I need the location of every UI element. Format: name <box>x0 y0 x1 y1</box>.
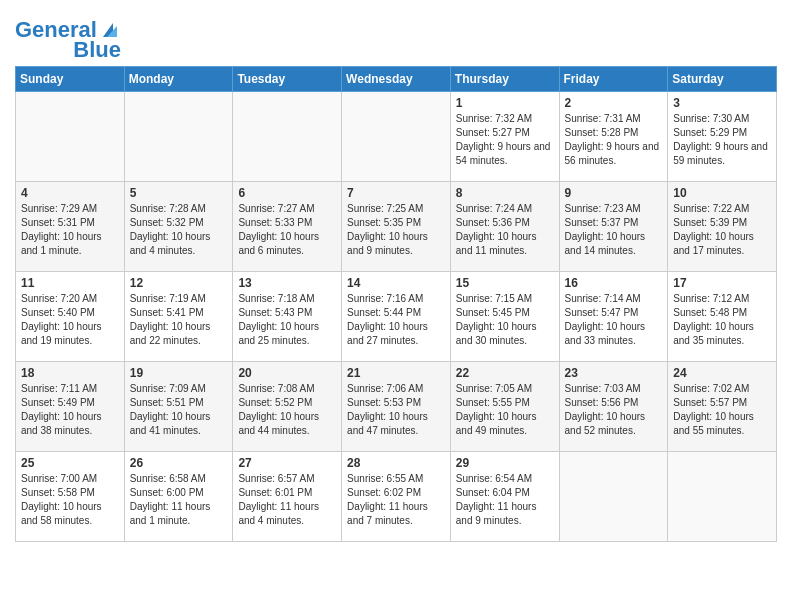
day-info: Sunrise: 7:00 AM Sunset: 5:58 PM Dayligh… <box>21 472 119 528</box>
day-number: 3 <box>673 96 771 110</box>
day-info: Sunrise: 7:15 AM Sunset: 5:45 PM Dayligh… <box>456 292 554 348</box>
logo-text-blue: Blue <box>73 38 121 62</box>
day-number: 12 <box>130 276 228 290</box>
day-number: 15 <box>456 276 554 290</box>
day-info: Sunrise: 7:22 AM Sunset: 5:39 PM Dayligh… <box>673 202 771 258</box>
day-number: 22 <box>456 366 554 380</box>
calendar-cell: 21Sunrise: 7:06 AM Sunset: 5:53 PM Dayli… <box>342 362 451 452</box>
calendar-cell: 20Sunrise: 7:08 AM Sunset: 5:52 PM Dayli… <box>233 362 342 452</box>
day-number: 29 <box>456 456 554 470</box>
calendar-cell: 9Sunrise: 7:23 AM Sunset: 5:37 PM Daylig… <box>559 182 668 272</box>
header-cell-sunday: Sunday <box>16 67 125 92</box>
day-info: Sunrise: 7:29 AM Sunset: 5:31 PM Dayligh… <box>21 202 119 258</box>
header-cell-friday: Friday <box>559 67 668 92</box>
calendar-cell: 10Sunrise: 7:22 AM Sunset: 5:39 PM Dayli… <box>668 182 777 272</box>
calendar-cell <box>342 92 451 182</box>
calendar-cell <box>233 92 342 182</box>
day-info: Sunrise: 6:55 AM Sunset: 6:02 PM Dayligh… <box>347 472 445 528</box>
header-cell-tuesday: Tuesday <box>233 67 342 92</box>
calendar-cell: 27Sunrise: 6:57 AM Sunset: 6:01 PM Dayli… <box>233 452 342 542</box>
day-info: Sunrise: 7:30 AM Sunset: 5:29 PM Dayligh… <box>673 112 771 168</box>
day-number: 23 <box>565 366 663 380</box>
day-info: Sunrise: 7:19 AM Sunset: 5:41 PM Dayligh… <box>130 292 228 348</box>
day-number: 13 <box>238 276 336 290</box>
calendar-week-1: 1Sunrise: 7:32 AM Sunset: 5:27 PM Daylig… <box>16 92 777 182</box>
calendar-cell: 25Sunrise: 7:00 AM Sunset: 5:58 PM Dayli… <box>16 452 125 542</box>
day-number: 21 <box>347 366 445 380</box>
day-info: Sunrise: 7:09 AM Sunset: 5:51 PM Dayligh… <box>130 382 228 438</box>
day-info: Sunrise: 7:16 AM Sunset: 5:44 PM Dayligh… <box>347 292 445 348</box>
calendar-cell: 24Sunrise: 7:02 AM Sunset: 5:57 PM Dayli… <box>668 362 777 452</box>
day-info: Sunrise: 7:02 AM Sunset: 5:57 PM Dayligh… <box>673 382 771 438</box>
day-number: 17 <box>673 276 771 290</box>
day-info: Sunrise: 6:57 AM Sunset: 6:01 PM Dayligh… <box>238 472 336 528</box>
calendar-table: SundayMondayTuesdayWednesdayThursdayFrid… <box>15 66 777 542</box>
calendar-week-5: 25Sunrise: 7:00 AM Sunset: 5:58 PM Dayli… <box>16 452 777 542</box>
day-number: 1 <box>456 96 554 110</box>
calendar-cell: 1Sunrise: 7:32 AM Sunset: 5:27 PM Daylig… <box>450 92 559 182</box>
calendar-cell <box>668 452 777 542</box>
calendar-cell <box>559 452 668 542</box>
day-info: Sunrise: 7:03 AM Sunset: 5:56 PM Dayligh… <box>565 382 663 438</box>
day-number: 4 <box>21 186 119 200</box>
day-info: Sunrise: 7:05 AM Sunset: 5:55 PM Dayligh… <box>456 382 554 438</box>
calendar-cell: 23Sunrise: 7:03 AM Sunset: 5:56 PM Dayli… <box>559 362 668 452</box>
day-info: Sunrise: 7:23 AM Sunset: 5:37 PM Dayligh… <box>565 202 663 258</box>
day-info: Sunrise: 7:11 AM Sunset: 5:49 PM Dayligh… <box>21 382 119 438</box>
day-info: Sunrise: 6:54 AM Sunset: 6:04 PM Dayligh… <box>456 472 554 528</box>
day-info: Sunrise: 7:25 AM Sunset: 5:35 PM Dayligh… <box>347 202 445 258</box>
calendar-cell: 19Sunrise: 7:09 AM Sunset: 5:51 PM Dayli… <box>124 362 233 452</box>
calendar-week-4: 18Sunrise: 7:11 AM Sunset: 5:49 PM Dayli… <box>16 362 777 452</box>
calendar-cell: 22Sunrise: 7:05 AM Sunset: 5:55 PM Dayli… <box>450 362 559 452</box>
day-number: 16 <box>565 276 663 290</box>
calendar-cell: 8Sunrise: 7:24 AM Sunset: 5:36 PM Daylig… <box>450 182 559 272</box>
day-info: Sunrise: 7:31 AM Sunset: 5:28 PM Dayligh… <box>565 112 663 168</box>
calendar-week-2: 4Sunrise: 7:29 AM Sunset: 5:31 PM Daylig… <box>16 182 777 272</box>
day-number: 28 <box>347 456 445 470</box>
calendar-cell: 11Sunrise: 7:20 AM Sunset: 5:40 PM Dayli… <box>16 272 125 362</box>
day-number: 18 <box>21 366 119 380</box>
day-info: Sunrise: 7:12 AM Sunset: 5:48 PM Dayligh… <box>673 292 771 348</box>
day-info: Sunrise: 7:24 AM Sunset: 5:36 PM Dayligh… <box>456 202 554 258</box>
calendar-cell: 2Sunrise: 7:31 AM Sunset: 5:28 PM Daylig… <box>559 92 668 182</box>
day-info: Sunrise: 7:28 AM Sunset: 5:32 PM Dayligh… <box>130 202 228 258</box>
calendar-header: SundayMondayTuesdayWednesdayThursdayFrid… <box>16 67 777 92</box>
day-number: 27 <box>238 456 336 470</box>
logo-icon <box>99 17 121 39</box>
calendar-cell: 13Sunrise: 7:18 AM Sunset: 5:43 PM Dayli… <box>233 272 342 362</box>
day-info: Sunrise: 7:14 AM Sunset: 5:47 PM Dayligh… <box>565 292 663 348</box>
day-number: 24 <box>673 366 771 380</box>
day-number: 14 <box>347 276 445 290</box>
day-number: 2 <box>565 96 663 110</box>
day-info: Sunrise: 7:08 AM Sunset: 5:52 PM Dayligh… <box>238 382 336 438</box>
day-info: Sunrise: 7:32 AM Sunset: 5:27 PM Dayligh… <box>456 112 554 168</box>
day-number: 20 <box>238 366 336 380</box>
header-cell-saturday: Saturday <box>668 67 777 92</box>
day-number: 6 <box>238 186 336 200</box>
calendar-cell <box>124 92 233 182</box>
day-number: 11 <box>21 276 119 290</box>
calendar-cell: 5Sunrise: 7:28 AM Sunset: 5:32 PM Daylig… <box>124 182 233 272</box>
day-info: Sunrise: 7:06 AM Sunset: 5:53 PM Dayligh… <box>347 382 445 438</box>
calendar-cell: 28Sunrise: 6:55 AM Sunset: 6:02 PM Dayli… <box>342 452 451 542</box>
day-number: 19 <box>130 366 228 380</box>
calendar-cell: 6Sunrise: 7:27 AM Sunset: 5:33 PM Daylig… <box>233 182 342 272</box>
calendar-cell: 15Sunrise: 7:15 AM Sunset: 5:45 PM Dayli… <box>450 272 559 362</box>
calendar-cell: 18Sunrise: 7:11 AM Sunset: 5:49 PM Dayli… <box>16 362 125 452</box>
header-cell-thursday: Thursday <box>450 67 559 92</box>
day-number: 26 <box>130 456 228 470</box>
calendar-cell: 29Sunrise: 6:54 AM Sunset: 6:04 PM Dayli… <box>450 452 559 542</box>
day-number: 9 <box>565 186 663 200</box>
calendar-cell: 12Sunrise: 7:19 AM Sunset: 5:41 PM Dayli… <box>124 272 233 362</box>
day-info: Sunrise: 7:20 AM Sunset: 5:40 PM Dayligh… <box>21 292 119 348</box>
header-cell-monday: Monday <box>124 67 233 92</box>
day-info: Sunrise: 7:27 AM Sunset: 5:33 PM Dayligh… <box>238 202 336 258</box>
day-number: 25 <box>21 456 119 470</box>
header: General Blue <box>15 10 777 62</box>
calendar-cell: 3Sunrise: 7:30 AM Sunset: 5:29 PM Daylig… <box>668 92 777 182</box>
day-number: 8 <box>456 186 554 200</box>
calendar-body: 1Sunrise: 7:32 AM Sunset: 5:27 PM Daylig… <box>16 92 777 542</box>
calendar-cell: 7Sunrise: 7:25 AM Sunset: 5:35 PM Daylig… <box>342 182 451 272</box>
calendar-cell: 4Sunrise: 7:29 AM Sunset: 5:31 PM Daylig… <box>16 182 125 272</box>
day-number: 5 <box>130 186 228 200</box>
